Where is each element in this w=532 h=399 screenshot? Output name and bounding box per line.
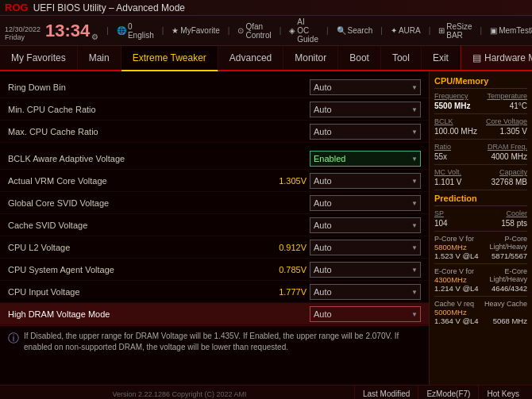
bclk-aware-label: BCLK Aware Adaptive Voltage <box>8 154 259 163</box>
setting-max-cpu-cache: Max. CPU Cache Ratio Auto <box>0 121 429 143</box>
cpu-l2-voltage-label: CPU L2 Voltage <box>8 243 259 252</box>
ecore-v-for-label: E-Core V for <box>434 267 474 275</box>
fan-icon: ⊙ <box>237 26 244 35</box>
ratio-value: 55x <box>434 152 447 161</box>
mc-volt-values-row: 1.101 V 32768 MB <box>434 178 527 186</box>
pcore-v-l4: 1.523 V @L4 <box>434 251 479 260</box>
resize-icon: ⊞ <box>438 26 445 35</box>
nav-monitor[interactable]: Monitor <box>283 46 338 70</box>
global-svid-label: Global Core SVID Voltage <box>8 198 259 208</box>
cpu-input-voltage-label: CPU Input Voltage <box>8 287 259 297</box>
high-dram-voltage-select[interactable]: Auto Enabled Disabled <box>310 306 421 322</box>
bclk-aware-select[interactable]: Enabled Disabled <box>310 151 421 167</box>
cpu-input-voltage-select[interactable]: Auto <box>310 284 421 300</box>
cpu-sa-voltage-select[interactable]: Auto <box>310 262 421 278</box>
myfavorite-button[interactable]: ★ MyFavorite <box>172 26 219 35</box>
search-icon: 🔍 <box>337 26 346 35</box>
date-day: 12/30/2022 Friday <box>5 25 40 41</box>
setting-min-cpu-cache: Min. CPU Cache Ratio Auto <box>0 98 429 121</box>
cpu-temperature: 41°C <box>510 102 527 110</box>
pcore-freq-range: 5871/5567 <box>492 251 527 260</box>
nav-boot[interactable]: Boot <box>338 46 381 70</box>
high-dram-voltage-label: High DRAM Voltage Mode <box>8 309 259 319</box>
hot-keys-button[interactable]: Hot Keys <box>478 386 527 399</box>
language-selector[interactable]: 🌐 0 English <box>117 22 154 40</box>
mem-icon: ▣ <box>490 26 497 35</box>
core-voltage-header: Core Voltage <box>486 117 527 125</box>
bclk-values-row: 100.00 MHz 1.305 V <box>434 127 527 136</box>
cache-svid-dropdown-wrapper: Auto <box>310 217 421 233</box>
nav-exit[interactable]: Exit <box>422 46 461 70</box>
max-cpu-cache-select[interactable]: Auto <box>310 124 421 140</box>
nav-bar: My Favorites Main Extreme Tweaker Advanc… <box>0 46 532 71</box>
cpu-frequency: 5500 MHz <box>434 102 471 110</box>
max-cpu-cache-dropdown-wrapper: Auto <box>310 124 421 140</box>
info-bar: 12/30/2022 Friday 13:34 ⚙ | 🌐 0 English … <box>0 16 532 46</box>
nav-my-favorites[interactable]: My Favorites <box>0 46 78 70</box>
title-bar: ROG UEFI BIOS Utility – Advanced Mode <box>0 0 532 16</box>
hardware-monitor-label: Hardware Monitor <box>484 52 532 63</box>
nav-tool[interactable]: Tool <box>381 46 422 70</box>
nav-extreme-tweaker[interactable]: Extreme Tweaker <box>121 46 218 71</box>
cpu-sa-voltage-value: 0.785V <box>259 265 306 274</box>
bclk-header: BCLK <box>434 117 453 125</box>
ai-oc-button[interactable]: ◈ AI OC Guide <box>289 17 318 44</box>
ring-down-bin-dropdown-wrapper: Auto <box>310 79 421 95</box>
ez-mode-button[interactable]: EzMode(F7) <box>418 386 478 399</box>
divider3 <box>434 164 527 165</box>
ecore-type-label: E-Core <box>504 267 527 275</box>
cpu-l2-voltage-value: 0.912V <box>259 243 306 252</box>
setting-cpu-l2-voltage: CPU L2 Voltage 0.912V Auto <box>0 236 429 259</box>
version-text: Version 2.22.1286 Copyright (C) 2022 AMI <box>5 386 354 399</box>
oc-icon: ◈ <box>289 26 295 35</box>
resize-bar-button[interactable]: ⊞ ReSize BAR <box>438 22 472 40</box>
bclk-value: 100.00 MHz <box>434 127 477 136</box>
rog-logo: ROG <box>5 2 29 13</box>
nav-hardware-monitor[interactable]: ▤ Hardware Monitor <box>461 46 532 70</box>
search-button[interactable]: 🔍 Search <box>337 26 373 35</box>
vrm-core-voltage-dropdown-wrapper: Auto <box>310 173 421 189</box>
memtest-button[interactable]: ▣ MemTest86 <box>490 26 532 35</box>
dram-freq-value: 4000 MHz <box>491 152 527 161</box>
status-bar: Version 2.22.1286 Copyright (C) 2022 AMI… <box>0 385 532 399</box>
cache-svid-select[interactable]: Auto <box>310 217 421 233</box>
vrm-core-voltage-value: 1.305V <box>259 176 306 186</box>
settings-icon[interactable]: ⚙ <box>91 33 98 41</box>
cpu-l2-voltage-select[interactable]: Auto <box>310 240 421 255</box>
app-title: UEFI BIOS Utility – Advanced Mode <box>33 2 185 13</box>
main-content: Ring Down Bin Auto Min. CPU Cache Ratio … <box>0 71 532 385</box>
info-icon: ⓘ <box>8 332 19 346</box>
language-label: 0 English <box>128 22 154 40</box>
aura-button[interactable]: ✦ AURA <box>391 26 421 35</box>
last-modified-button[interactable]: Last Modified <box>354 386 418 399</box>
cooler-header: Cooler <box>506 209 527 217</box>
pcore-prediction-row: P-Core V for P-Core 5800MHz Light/Heavy … <box>434 235 527 260</box>
ratio-header-row: Ratio DRAM Freq. <box>434 143 527 151</box>
pcore-mode-label: Light/Heavy <box>489 243 527 251</box>
nav-advanced[interactable]: Advanced <box>218 46 283 70</box>
ecore-freq-range: 4646/4342 <box>492 284 527 293</box>
qfan-button[interactable]: ⊙ Qfan Control <box>237 22 271 40</box>
cpu-memory-title: CPU/Memory <box>434 76 527 89</box>
ecore-v-for-val: 4300MHz <box>434 275 467 284</box>
min-cpu-cache-select[interactable]: Auto <box>310 102 421 117</box>
sp-header: SP <box>434 209 444 217</box>
aura-icon: ✦ <box>391 26 397 35</box>
ecore-prediction-row: E-Core V for E-Core 4300MHz Light/Heavy … <box>434 267 527 293</box>
ring-down-bin-select[interactable]: Auto <box>310 79 421 95</box>
capacity-value: 32768 MB <box>491 178 527 186</box>
cache-svid-label: Cache SVID Voltage <box>8 221 259 230</box>
sp-cooler-values: 104 158 pts <box>434 219 527 228</box>
settings-panel: Ring Down Bin Auto Min. CPU Cache Ratio … <box>0 71 429 385</box>
cache-prediction-row: Cache V req Heavy Cache 5000MHz 1.364 V … <box>434 300 527 325</box>
vrm-core-voltage-select[interactable]: Auto <box>310 173 421 189</box>
high-dram-voltage-dropdown-wrapper: Auto Enabled Disabled <box>310 306 421 322</box>
global-svid-select[interactable]: Auto <box>310 195 421 211</box>
ratio-header: Ratio <box>434 143 451 151</box>
cpu-sa-voltage-dropdown-wrapper: Auto <box>310 262 421 278</box>
cache-v-for-val: 5000MHz <box>434 308 467 317</box>
mc-volt-header-row: MC Volt. Capacity <box>434 168 527 176</box>
cache-v-for-label: Cache V req <box>434 300 474 308</box>
nav-main[interactable]: Main <box>78 46 121 70</box>
cpu-input-voltage-dropdown-wrapper: Auto <box>310 284 421 300</box>
